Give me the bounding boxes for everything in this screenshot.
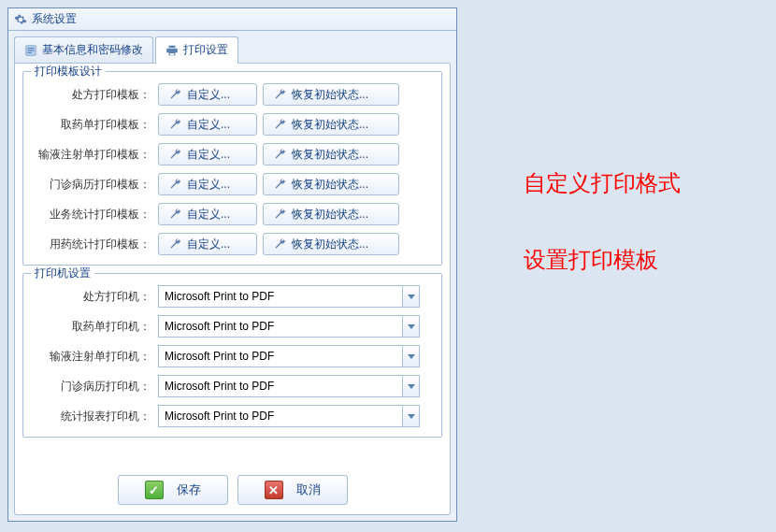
form-icon (24, 44, 37, 57)
check-icon: ✓ (145, 481, 164, 499)
chevron-down-icon[interactable] (402, 406, 419, 426)
wrench-icon (168, 148, 181, 161)
titlebar: 系统设置 (8, 8, 456, 31)
reset-button[interactable]: 恢复初始状态... (263, 233, 399, 255)
combo-value: Microsoft Print to PDF (159, 286, 402, 307)
annotation-text: 自定义打印格式 (524, 168, 681, 198)
wrench-icon (168, 178, 181, 191)
reset-button[interactable]: 恢复初始状态... (263, 173, 399, 195)
gear-icon (14, 13, 27, 26)
printer-row: 统计报表打印机： Microsoft Print to PDF (31, 403, 434, 429)
window-title: 系统设置 (32, 11, 77, 27)
button-label: 自定义... (187, 147, 230, 163)
button-label: 恢复初始状态... (292, 237, 368, 252)
row-label: 门诊病历打印机： (31, 379, 158, 395)
printer-row: 输液注射单打印机： Microsoft Print to PDF (31, 343, 434, 369)
printer-combo[interactable]: Microsoft Print to PDF (158, 285, 420, 308)
customize-button[interactable]: 自定义... (158, 203, 257, 225)
group-legend: 打印机设置 (31, 266, 94, 281)
button-label: 取消 (296, 482, 321, 498)
template-row: 取药单打印模板： 自定义... 恢复初始状态... (31, 111, 434, 137)
svg-rect-3 (28, 51, 33, 52)
tab-print-settings[interactable]: 打印设置 (155, 36, 238, 63)
tab-label: 基本信息和密码修改 (42, 42, 143, 58)
close-icon: ✕ (265, 481, 283, 499)
wrench-icon (273, 208, 286, 221)
tabs-bar: 基本信息和密码修改 打印设置 (8, 31, 456, 63)
customize-button[interactable]: 自定义... (158, 113, 257, 136)
settings-window: 系统设置 基本信息和密码修改 打印设置 打印模板设计 处方打印模板： 自定义..… (7, 7, 457, 522)
customize-button[interactable]: 自定义... (158, 173, 257, 195)
reset-button[interactable]: 恢复初始状态... (263, 203, 399, 225)
button-label: 恢复初始状态... (292, 87, 368, 103)
wrench-icon (273, 237, 286, 251)
row-label: 取药单打印机： (31, 319, 158, 335)
button-label: 恢复初始状态... (292, 207, 368, 223)
group-legend: 打印模板设计 (31, 64, 106, 79)
button-label: 自定义... (187, 207, 230, 223)
row-label: 门诊病历打印模板： (31, 177, 158, 193)
row-label: 用药统计打印模板： (31, 237, 158, 252)
customize-button[interactable]: 自定义... (158, 83, 257, 106)
button-label: 自定义... (187, 117, 230, 133)
printer-combo[interactable]: Microsoft Print to PDF (158, 375, 420, 397)
wrench-icon (273, 178, 286, 191)
template-row: 输液注射单打印模板： 自定义... 恢复初始状态... (31, 141, 434, 167)
row-label: 取药单打印模板： (31, 117, 158, 133)
printer-settings-group: 打印机设置 处方打印机： Microsoft Print to PDF 取药单打… (22, 273, 442, 438)
button-label: 恢复初始状态... (292, 177, 368, 193)
template-row: 业务统计打印模板： 自定义... 恢复初始状态... (31, 201, 434, 227)
svg-rect-2 (28, 50, 35, 50)
tab-label: 打印设置 (183, 42, 228, 58)
reset-button[interactable]: 恢复初始状态... (263, 113, 399, 136)
row-label: 处方打印模板： (31, 87, 158, 103)
row-label: 输液注射单打印模板： (31, 147, 158, 163)
printer-row: 门诊病历打印机： Microsoft Print to PDF (31, 373, 434, 399)
reset-button[interactable]: 恢复初始状态... (263, 83, 399, 106)
wrench-icon (168, 118, 181, 131)
wrench-icon (273, 88, 286, 101)
printer-row: 取药单打印机： Microsoft Print to PDF (31, 313, 434, 339)
printer-icon (165, 44, 179, 57)
row-label: 统计报表打印机： (31, 409, 158, 424)
chevron-down-icon[interactable] (402, 376, 419, 396)
wrench-icon (168, 208, 181, 221)
customize-button[interactable]: 自定义... (158, 233, 257, 255)
button-label: 自定义... (187, 177, 230, 193)
wrench-icon (168, 237, 181, 251)
printer-combo[interactable]: Microsoft Print to PDF (158, 315, 420, 338)
customize-button[interactable]: 自定义... (158, 143, 257, 165)
button-label: 恢复初始状态... (292, 117, 368, 133)
button-label: 自定义... (187, 87, 230, 103)
template-design-group: 打印模板设计 处方打印模板： 自定义... 恢复初始状态... 取药单打印模板：… (22, 71, 442, 266)
reset-button[interactable]: 恢复初始状态... (263, 143, 399, 165)
wrench-icon (168, 88, 181, 101)
combo-value: Microsoft Print to PDF (159, 346, 402, 367)
template-row: 处方打印模板： 自定义... 恢复初始状态... (31, 81, 434, 108)
button-label: 恢复初始状态... (292, 147, 368, 163)
chevron-down-icon[interactable] (402, 286, 419, 307)
combo-value: Microsoft Print to PDF (159, 406, 402, 426)
svg-rect-1 (28, 48, 35, 49)
print-settings-pane: 打印模板设计 处方打印模板： 自定义... 恢复初始状态... 取药单打印模板：… (14, 63, 451, 515)
wrench-icon (273, 118, 286, 131)
wrench-icon (273, 148, 286, 161)
tab-basic-info[interactable]: 基本信息和密码修改 (14, 36, 153, 63)
printer-combo[interactable]: Microsoft Print to PDF (158, 345, 420, 367)
combo-value: Microsoft Print to PDF (159, 316, 402, 337)
printer-row: 处方打印机： Microsoft Print to PDF (31, 283, 434, 309)
template-row: 用药统计打印模板： 自定义... 恢复初始状态... (31, 231, 434, 257)
template-row: 门诊病历打印模板： 自定义... 恢复初始状态... (31, 171, 434, 197)
chevron-down-icon[interactable] (402, 346, 419, 367)
combo-value: Microsoft Print to PDF (159, 376, 402, 396)
button-label: 保存 (177, 482, 201, 498)
footer: ✓ 保存 ✕ 取消 (22, 469, 442, 507)
printer-combo[interactable]: Microsoft Print to PDF (158, 405, 420, 427)
cancel-button[interactable]: ✕ 取消 (237, 475, 348, 505)
chevron-down-icon[interactable] (402, 316, 419, 337)
save-button[interactable]: ✓ 保存 (118, 475, 228, 505)
row-label: 业务统计打印模板： (31, 207, 158, 223)
annotation-text: 设置打印模板 (524, 245, 658, 275)
row-label: 输液注射单打印机： (31, 349, 158, 365)
row-label: 处方打印机： (31, 289, 158, 305)
